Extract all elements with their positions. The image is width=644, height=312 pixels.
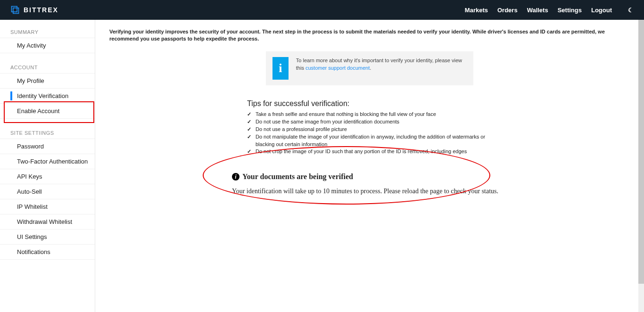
sidebar-item-password[interactable]: Password: [0, 139, 95, 154]
tip-item: Do not manipulate the image of your iden…: [247, 133, 492, 148]
top-nav: Markets Orders Wallets Settings Logout ☾: [465, 7, 634, 14]
content-area: Verifying your identity improves the sec…: [95, 20, 644, 312]
sidebar-item-two-factor[interactable]: Two-Factor Authentication: [0, 154, 95, 169]
nav-orders[interactable]: Orders: [497, 7, 518, 14]
tips-list: Take a fresh selfie and ensure that noth…: [247, 111, 492, 156]
status-info-icon: i: [232, 173, 239, 181]
brand[interactable]: BITTREX: [10, 5, 58, 15]
nav-logout[interactable]: Logout: [591, 7, 612, 14]
tips-block: Tips for successful verification: Take a…: [247, 99, 492, 156]
info-icon: i: [272, 57, 289, 80]
status-title-row: i Your documents are being verified: [232, 172, 630, 181]
info-text: To learn more about why it's important t…: [296, 57, 467, 80]
sidebar-item-withdrawal-whitelist[interactable]: Withdrawal Whitelist: [0, 214, 95, 230]
sidebar: SUMMARY My Activity ACCOUNT My Profile I…: [0, 20, 95, 312]
svg-rect-1: [13, 8, 19, 14]
tip-item: Do not crop the image of your ID such th…: [247, 148, 492, 156]
intro-text: Verifying your identity improves the sec…: [109, 28, 630, 43]
sidebar-section-summary: SUMMARY: [0, 26, 95, 38]
sidebar-section-account: ACCOUNT: [0, 62, 95, 73]
dark-mode-icon[interactable]: ☾: [628, 7, 634, 14]
brand-logo-icon: [10, 5, 20, 15]
status-title: Your documents are being verified: [242, 172, 353, 181]
sidebar-item-auto-sell[interactable]: Auto-Sell: [0, 184, 95, 199]
tip-item: Do not use a professional profile pictur…: [247, 126, 492, 133]
status-text: Your identification will take up to 10 m…: [232, 188, 630, 195]
verification-status: i Your documents are being verified Your…: [232, 172, 630, 195]
tip-item: Do not use the same image from your iden…: [247, 118, 492, 126]
main-layout: SUMMARY My Activity ACCOUNT My Profile I…: [0, 20, 644, 312]
tip-item: Take a fresh selfie and ensure that noth…: [247, 111, 492, 118]
nav-markets[interactable]: Markets: [465, 7, 488, 14]
sidebar-item-ip-whitelist[interactable]: IP Whitelist: [0, 199, 95, 214]
svg-rect-0: [12, 7, 17, 12]
sidebar-item-api-keys[interactable]: API Keys: [0, 169, 95, 184]
info-suffix: .: [370, 65, 371, 71]
sidebar-item-enable-account[interactable]: Enable Account: [0, 104, 95, 119]
sidebar-item-ui-settings[interactable]: UI Settings: [0, 230, 95, 245]
info-callout: i To learn more about why it's important…: [266, 51, 473, 85]
nav-wallets[interactable]: Wallets: [527, 7, 548, 14]
scrollbar-thumb[interactable]: [638, 20, 644, 284]
top-header: BITTREX Markets Orders Wallets Settings …: [0, 0, 644, 20]
nav-settings[interactable]: Settings: [558, 7, 582, 14]
info-link[interactable]: customer support document: [305, 65, 370, 71]
sidebar-item-my-activity[interactable]: My Activity: [0, 38, 95, 53]
sidebar-item-identity-verification[interactable]: Identity Verification: [0, 89, 95, 104]
sidebar-section-site-settings: SITE SETTIINGS: [0, 127, 95, 139]
brand-text: BITTREX: [24, 6, 58, 14]
tips-title: Tips for successful verification:: [247, 99, 492, 108]
sidebar-item-my-profile[interactable]: My Profile: [0, 73, 95, 89]
sidebar-item-notifications[interactable]: Notifications: [0, 245, 95, 260]
